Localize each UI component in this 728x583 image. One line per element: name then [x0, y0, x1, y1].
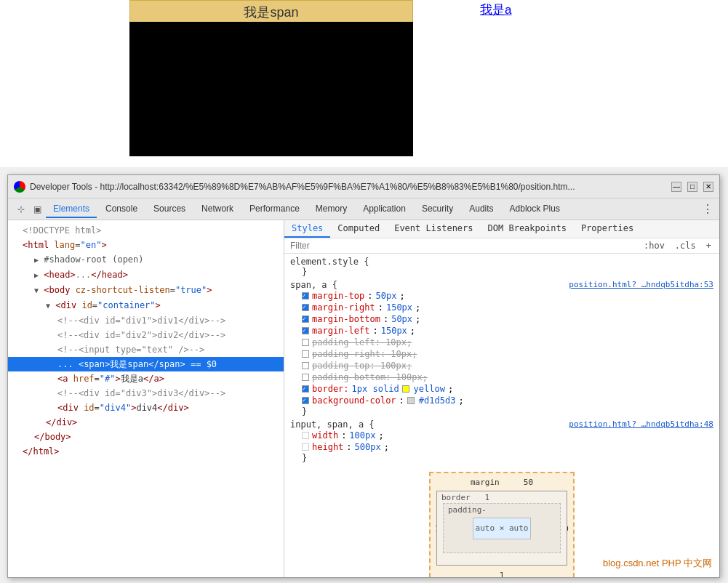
tab-dom-breakpoints[interactable]: DOM Breakpoints — [481, 220, 574, 238]
more-tabs-button[interactable]: ⋮ — [702, 202, 713, 216]
close-button[interactable]: ✕ — [703, 182, 713, 192]
devtools-title-text: Developer Tools - http://localhost:63342… — [30, 182, 575, 192]
checkbox-margin-bottom[interactable] — [302, 315, 309, 323]
watermark: blog.csdn.net PHP 中文网 — [603, 557, 712, 570]
css-closing-brace-3: } — [290, 453, 713, 463]
tab-sources[interactable]: Sources — [146, 201, 193, 218]
tab-styles[interactable]: Styles — [284, 220, 330, 238]
dom-shadow-root[interactable]: ▶ #shadow-root (open) — [8, 252, 284, 268]
css-prop-border: border: 1px solid yellow; — [290, 383, 713, 395]
black-box — [129, 22, 413, 156]
checkbox-height[interactable] — [302, 443, 309, 451]
checkbox-border[interactable] — [302, 385, 309, 393]
titlebar-controls: — □ ✕ — [671, 182, 713, 192]
dom-head[interactable]: ▶ <head>...</head> — [8, 268, 284, 283]
css-rule-span-a: span, a { position.html? …hndqb5itdha:53… — [290, 280, 713, 417]
css-rule-element-style: element.style { } — [290, 257, 713, 277]
css-prop-width: width: 100px; — [290, 430, 713, 441]
checkbox-padding-top[interactable] — [302, 362, 309, 369]
tab-audits[interactable]: Audits — [462, 201, 500, 218]
tab-memory[interactable]: Memory — [308, 201, 354, 218]
css-source-span-a[interactable]: position.html? …hndqb5itdha:53 — [569, 280, 713, 289]
browser-viewport: 我是span 我是a — [0, 0, 728, 167]
dom-div4[interactable]: <div id="div4">div4</div> — [8, 401, 284, 415]
tab-console[interactable]: Console — [98, 201, 145, 218]
css-prop-padding-top: padding-top: 100px; — [290, 360, 713, 371]
dom-close-body: </body> — [8, 430, 284, 444]
dom-close-div: </div> — [8, 415, 284, 430]
checkbox-padding-right[interactable] — [302, 350, 309, 358]
dom-panel[interactable]: <!DOCTYPE html> <html lang="en"> ▶ #shad… — [8, 220, 284, 577]
box-border-label: border 1 — [441, 493, 489, 502]
css-selector-element-style: element.style { — [290, 257, 713, 267]
chrome-icon — [14, 181, 25, 193]
filter-bar: :hov .cls + — [284, 238, 719, 254]
tab-adblock[interactable]: Adblock Plus — [503, 201, 567, 218]
dom-comment-input: <!--<input type="text" />--> — [8, 342, 284, 357]
css-rule-input-span-a: input, span, a { position.html? …hndqb5i… — [290, 419, 713, 463]
checkbox-margin-top[interactable] — [302, 292, 309, 299]
cursor-icon[interactable]: ⊹ — [14, 202, 28, 217]
tab-performance[interactable]: Performance — [242, 201, 307, 218]
dom-span-selected[interactable]: ... <span>我是span</span> == $0 — [8, 357, 284, 371]
mobile-icon[interactable]: ▣ — [30, 202, 44, 217]
css-prop-background-color: background-color: #d1d5d3; — [290, 395, 713, 406]
styles-panel: Styles Computed Event Listeners DOM Brea… — [284, 220, 719, 577]
color-swatch-bg[interactable] — [407, 397, 415, 404]
restore-button[interactable]: □ — [687, 182, 697, 192]
css-prop-height: height: 500px; — [290, 441, 713, 453]
dom-comment-div3: <!--<div id="div3">div3</div>--> — [8, 386, 284, 401]
tab-elements[interactable]: Elements — [46, 201, 97, 218]
css-rule-span-a-header: span, a { position.html? …hndqb5itdha:53 — [290, 280, 713, 290]
minimize-button[interactable]: — — [671, 182, 681, 192]
dom-a-element[interactable]: <a href="#">我是a</a> — [8, 371, 284, 386]
cls-button[interactable]: .cls — [673, 240, 698, 252]
box-model-diagram: margin 50 150 150 border 1 padding- auto… — [429, 472, 575, 577]
devtools-main-tabs: ⊹ ▣ Elements Console Sources Network Per… — [8, 198, 719, 220]
devtools-titlebar: Developer Tools - http://localhost:63342… — [8, 175, 719, 198]
tab-computed[interactable]: Computed — [330, 220, 387, 238]
css-prop-margin-bottom: margin-bottom: 50px; — [290, 313, 713, 325]
dom-comment-div2: <!--<div id="div2">div2</div>--> — [8, 328, 284, 342]
styles-sub-tabs: Styles Computed Event Listeners DOM Brea… — [284, 220, 719, 238]
css-prop-margin-top: margin-top: 50px; — [290, 290, 713, 302]
styles-panel-inner: element.style { } span, a { position.htm… — [284, 254, 719, 577]
filter-input[interactable] — [290, 241, 636, 251]
css-source-input[interactable]: position.html? …hndqb5itdha:48 — [569, 419, 713, 429]
dom-close-html: </html> — [8, 444, 284, 459]
add-rule-button[interactable]: + — [704, 240, 713, 252]
box-padding-box: padding- auto × auto — [443, 503, 561, 553]
span-element: 我是span — [129, 0, 413, 25]
dom-div-container[interactable]: ▼ <div id="container"> — [8, 298, 284, 313]
box-padding-label: padding- — [448, 505, 487, 515]
tab-properties[interactable]: Properties — [574, 220, 641, 238]
box-content: auto × auto — [473, 518, 531, 539]
box-border-box: border 1 padding- auto × auto — [436, 491, 567, 566]
checkbox-padding-bottom[interactable] — [302, 374, 309, 381]
box-margin-bottom: 1 — [500, 571, 505, 577]
checkbox-padding-left[interactable] — [302, 339, 309, 346]
css-prop-margin-left: margin-left: 150px; — [290, 325, 713, 337]
checkbox-width[interactable] — [302, 432, 309, 439]
css-closing-brace-2: } — [290, 406, 713, 417]
devtools-window: Developer Tools - http://localhost:63342… — [7, 174, 720, 578]
checkbox-margin-left[interactable] — [302, 327, 309, 334]
checkbox-margin-right[interactable] — [302, 304, 309, 311]
color-swatch-yellow[interactable] — [402, 385, 409, 393]
tab-security[interactable]: Security — [415, 201, 460, 218]
css-closing-brace-1: } — [290, 267, 713, 277]
css-prop-margin-right: margin-right: 150px; — [290, 302, 713, 313]
a-element[interactable]: 我是a — [480, 1, 511, 18]
devtools-title: Developer Tools - http://localhost:63342… — [14, 181, 575, 193]
css-prop-padding-bottom: padding-bottom: 100px; — [290, 371, 713, 383]
dom-body[interactable]: ▼ <body cz-shortcut-listen="true"> — [8, 283, 284, 298]
dom-html[interactable]: <html lang="en"> — [8, 238, 284, 252]
checkbox-background-color[interactable] — [302, 397, 309, 404]
hov-button[interactable]: :hov — [641, 240, 667, 252]
tab-event-listeners[interactable]: Event Listeners — [387, 220, 480, 238]
css-rule-input-header: input, span, a { position.html? …hndqb5i… — [290, 419, 713, 430]
tab-application[interactable]: Application — [356, 201, 413, 218]
devtools-content: <!DOCTYPE html> <html lang="en"> ▶ #shad… — [8, 220, 719, 577]
dom-comment-div1: <!--<div id="div1">div1</div>--> — [8, 313, 284, 328]
tab-network[interactable]: Network — [194, 201, 241, 218]
